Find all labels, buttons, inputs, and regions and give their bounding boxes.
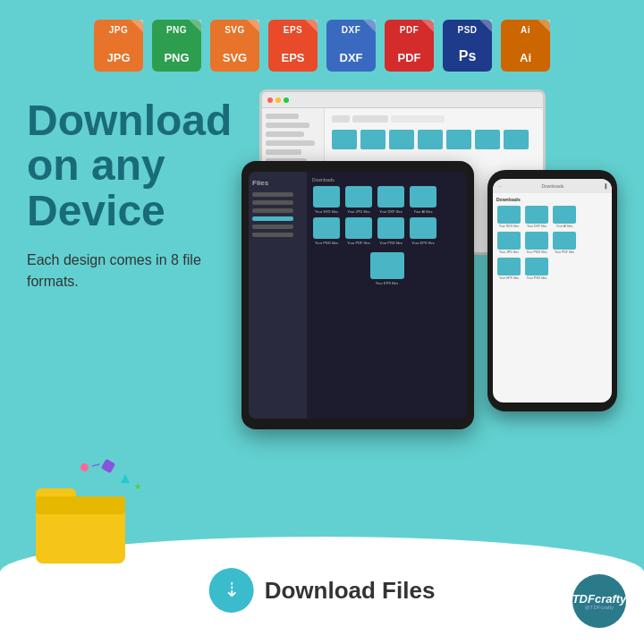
titlebar-dot-green	[284, 97, 289, 103]
headline: Download on any Device	[27, 98, 242, 233]
phone-folder: Your PSD files	[524, 258, 549, 280]
file-icon-ai: Ai Ai	[501, 20, 550, 72]
file-icon-svg: SVG SVG	[210, 20, 259, 72]
file-ext-top-svg: SVG	[225, 25, 245, 35]
file-icon-psd: PSD Ps	[443, 20, 492, 72]
download-files-label[interactable]: Download Files	[265, 577, 436, 605]
brand-handle: @TDFcrafty	[585, 605, 614, 610]
tablet-single-folder: Your EPS files	[312, 252, 462, 285]
file-icon-png: PNG PNG	[152, 20, 201, 72]
download-arrow-icon: ⇣	[224, 579, 240, 602]
content-area: Download on any Device Each design comes…	[0, 80, 644, 456]
phone-folders-row1: Your SVG files Your DXF files Your AI fi…	[496, 206, 608, 228]
tablet-folder: Your EPS files	[409, 217, 437, 245]
file-ext-bottom-eps: EPS	[281, 51, 304, 64]
tablet-sidebar-item	[252, 233, 293, 237]
tablet-sidebar-item	[252, 192, 293, 197]
phone-screen: ··· Downloads ▐ Downloads Your SVG files	[493, 179, 612, 402]
file-ext-top-psd: PSD	[457, 25, 477, 35]
tablet-sidebar-item	[252, 208, 293, 213]
tablet-folder: Your AI files	[409, 186, 437, 214]
subtext: Each design comes in 8 file formats.	[27, 250, 242, 292]
folder-flap	[36, 496, 125, 514]
monitor-toolbar	[332, 115, 536, 123]
gem-cyan	[121, 474, 130, 483]
file-ext-bottom-pdf: PDF	[398, 51, 421, 64]
phone-folder: Your JPG files	[496, 232, 521, 254]
phone-titlebar: ··· Downloads ▐	[493, 179, 612, 193]
phone-battery: ▐	[603, 183, 606, 189]
phone-folders-row2: Your JPG files Your PNG files Your PDF f…	[496, 232, 608, 254]
phone-folder: Your SVG files	[496, 206, 521, 228]
tablet-main: Downloads Your SVG files Your JPG files	[307, 172, 467, 419]
titlebar-dot-red	[267, 97, 273, 103]
headline-line3: Device	[27, 187, 165, 234]
file-ext-top-eps: EPS	[284, 25, 303, 35]
file-icon-dxf: DXF DXF	[326, 20, 376, 72]
file-ext-top-dxf: DXF	[342, 25, 361, 35]
devices-area: Files Downloads Your SVG fi	[242, 80, 617, 456]
phone-carrier: ···	[498, 183, 502, 189]
file-ext-bottom-ai: Ai	[520, 51, 531, 64]
file-ext-bottom-dxf: DXF	[340, 51, 363, 64]
phone-folder: Your PNG files	[524, 232, 549, 254]
tablet-folder: Your PSD files	[377, 217, 405, 245]
tablet-folders: Your SVG files Your JPG files Your DXF f…	[312, 186, 462, 245]
monitor-titlebar	[262, 92, 543, 108]
tablet-folder: Your SVG files	[312, 186, 341, 214]
left-text-section: Download on any Device Each design comes…	[27, 80, 242, 456]
tablet-illustration: Files Downloads Your SVG fi	[242, 161, 474, 429]
download-circle-icon[interactable]: ⇣	[209, 568, 254, 613]
file-icon-eps: EPS EPS	[268, 20, 318, 72]
tablet-sidebar-item	[252, 200, 293, 205]
file-ext-top-ai: Ai	[521, 25, 530, 35]
file-ext-bottom-svg: SVG	[223, 51, 247, 64]
brand-name: TDFcrafty	[572, 593, 627, 605]
file-ext-bottom-psd: Ps	[459, 48, 477, 64]
gem-pink	[80, 463, 89, 471]
file-icon-jpg: JPG JPG	[94, 20, 143, 72]
file-formats-row: JPG JPG PNG PNG SVG SVG EPS EPS	[0, 0, 644, 80]
titlebar-dot-yellow	[275, 97, 281, 103]
file-ext-top-pdf: PDF	[400, 25, 419, 35]
tablet-path: Downloads	[312, 177, 462, 182]
phone-title-text: Downloads	[541, 183, 564, 189]
gem-green	[134, 483, 141, 490]
tablet-sidebar-item	[252, 225, 293, 229]
main-container: JPG JPG PNG PNG SVG SVG EPS EPS	[0, 0, 644, 644]
file-ext-top-jpg: JPG	[109, 25, 129, 35]
folder-illustration: ~	[27, 456, 143, 564]
phone-folder: Your PDF files	[552, 232, 577, 254]
phone-illustration: ··· Downloads ▐ Downloads Your SVG files	[487, 170, 617, 411]
file-ext-top-png: PNG	[166, 25, 187, 35]
headline-line1: Download	[27, 97, 232, 144]
headline-line2: on any	[27, 141, 165, 189]
phone-section-title: Downloads	[496, 197, 608, 202]
phone-folders-row3: Your EPS files Your PSD files	[496, 258, 608, 280]
brand-logo: TDFcrafty @TDFcrafty	[572, 574, 626, 628]
file-ext-bottom-jpg: JPG	[106, 51, 130, 64]
monitor-folder-row	[332, 130, 536, 149]
tablet-screen: Files Downloads Your SVG fi	[249, 172, 467, 419]
tablet-sidebar: Files	[249, 172, 307, 419]
phone-folder: Your EPS files	[496, 258, 521, 280]
tablet-folder-eps: Your EPS files	[312, 252, 462, 285]
file-ext-bottom-png: PNG	[164, 51, 189, 64]
tablet-folder: Your DXF files	[377, 186, 405, 214]
phone-folder: Your DXF files	[524, 206, 549, 228]
download-button-area[interactable]: ⇣ Download Files	[209, 568, 436, 613]
tablet-folder: Your JPG files	[344, 186, 373, 214]
tablet-sidebar-title: Files	[252, 179, 303, 187]
tablet-sidebar-item-active	[252, 216, 293, 221]
tablet-folder: Your PDF files	[344, 217, 373, 245]
phone-content: Downloads Your SVG files Your DXF files	[493, 193, 612, 402]
tablet-folder: Your PNG files	[312, 217, 341, 245]
phone-folder: Your AI files	[552, 206, 577, 228]
file-icon-pdf: PDF PDF	[385, 20, 434, 72]
